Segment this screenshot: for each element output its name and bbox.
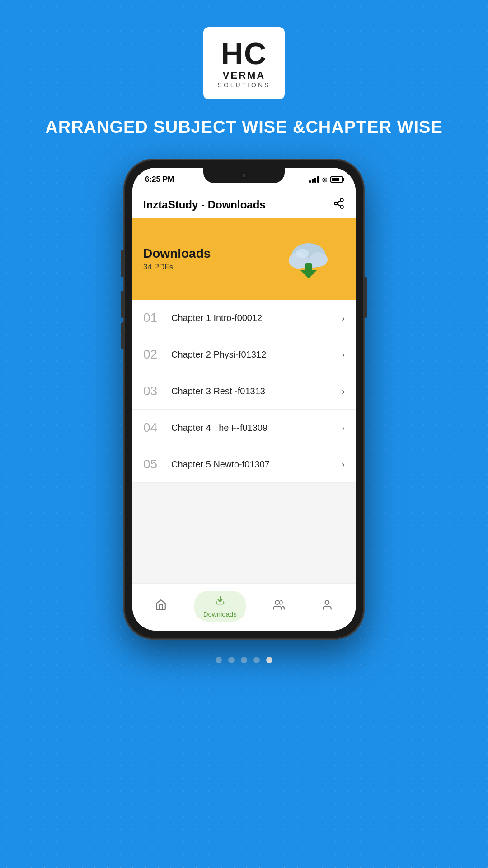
dot-2[interactable] [228, 657, 235, 663]
cloud-icon [282, 239, 336, 279]
chevron-right-icon: › [342, 386, 345, 396]
chapter-number: 01 [143, 311, 163, 325]
nav-downloads[interactable]: Downloads [194, 591, 246, 622]
tagline: ARRANGED SUBJECT WISE &CHAPTER WISE [27, 118, 461, 137]
phone-mockup: 6:25 PM ⊛ [0, 160, 488, 639]
pagination [0, 657, 488, 663]
dot-3[interactable] [241, 657, 247, 663]
banner-title: Downloads [143, 246, 211, 261]
downloads-nav-label: Downloads [203, 610, 237, 618]
logo-solutions: SOLUTIONS [218, 81, 271, 89]
share-icon[interactable] [333, 198, 345, 212]
phone-screen: 6:25 PM ⊛ [132, 168, 356, 631]
chapter-name: Chapter 2 Physi-f01312 [171, 349, 333, 360]
dot-5[interactable] [266, 657, 272, 663]
chapter-name: Chapter 1 Intro-f00012 [171, 313, 333, 323]
dot-1[interactable] [216, 657, 222, 663]
dot-4[interactable] [253, 657, 260, 663]
logo-area: HC VERMA SOLUTIONS [0, 0, 488, 99]
chapter-name: Chapter 5 Newto-f01307 [171, 459, 333, 470]
battery-icon [330, 176, 343, 183]
chapter-name: Chapter 4 The F-f01309 [171, 423, 333, 433]
app-header: InztaStudy - Downloads [132, 191, 356, 218]
nav-groups[interactable] [264, 595, 294, 618]
logo-box: HC VERMA SOLUTIONS [203, 27, 285, 99]
status-time: 6:25 PM [145, 175, 174, 184]
chapter-item-3[interactable]: 03 Chapter 3 Rest -f01313 › [132, 373, 356, 410]
wifi-icon: ⊛ [322, 175, 328, 184]
bottom-nav: Downloads [132, 583, 356, 631]
groups-icon [273, 599, 285, 614]
status-bar: 6:25 PM ⊛ [132, 168, 356, 191]
nav-profile[interactable] [312, 595, 342, 618]
camera-notch [241, 172, 247, 179]
status-icons: ⊛ [309, 175, 343, 184]
svg-point-13 [276, 600, 280, 604]
chevron-right-icon: › [342, 313, 345, 323]
chapter-number: 02 [143, 347, 163, 362]
download-nav-icon [215, 594, 225, 609]
chapter-number: 03 [143, 384, 163, 398]
chapter-number: 04 [143, 420, 163, 435]
chapter-item-5[interactable]: 05 Chapter 5 Newto-f01307 › [132, 446, 356, 483]
cloud-download-icon [282, 239, 336, 279]
notch [203, 168, 285, 183]
svg-marker-11 [300, 270, 317, 278]
svg-point-14 [325, 600, 329, 604]
chevron-right-icon: › [342, 349, 345, 360]
banner-subtitle: 34 PDFs [143, 263, 211, 272]
chevron-right-icon: › [342, 459, 345, 470]
profile-icon [321, 599, 333, 614]
logo-verma: VERMA [223, 70, 265, 81]
phone-frame: 6:25 PM ⊛ [124, 160, 364, 639]
chapter-item-4[interactable]: 04 Chapter 4 The F-f01309 › [132, 410, 356, 446]
chevron-right-icon: › [342, 423, 345, 433]
chapter-item-2[interactable]: 02 Chapter 2 Physi-f01312 › [132, 336, 356, 373]
app-title: InztaStudy - Downloads [143, 198, 266, 211]
chapter-name: Chapter 3 Rest -f01313 [171, 386, 333, 396]
nav-home[interactable] [146, 595, 176, 618]
logo-hc: HC [221, 38, 267, 69]
chapter-list: 01 Chapter 1 Intro-f00012 › 02 Chapter 2… [132, 300, 356, 583]
banner-text: Downloads 34 PDFs [143, 246, 211, 272]
chapter-item-1[interactable]: 01 Chapter 1 Intro-f00012 › [132, 300, 356, 336]
svg-point-9 [296, 249, 309, 258]
home-icon [155, 599, 167, 614]
svg-line-4 [337, 201, 340, 203]
svg-line-3 [337, 204, 340, 206]
chapter-number: 05 [143, 457, 163, 472]
signal-icon [309, 176, 319, 183]
downloads-banner: Downloads 34 PDFs [132, 218, 356, 300]
